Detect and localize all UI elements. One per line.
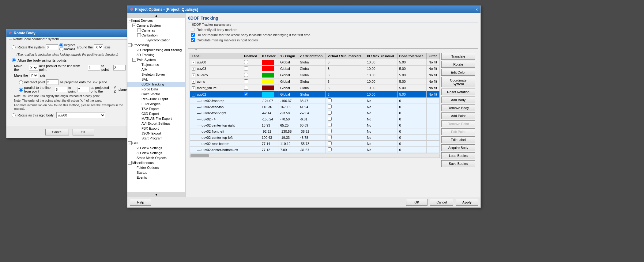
tree-item-matlab-export[interactable]: MATLAB File Export (127, 116, 185, 121)
expand-uuv00[interactable]: + (192, 61, 195, 64)
table-row[interactable]: — uuv02-center-top-right 13.93 65.25 60.… (190, 122, 440, 128)
tree-item-camera-system[interactable]: − Camera System (127, 23, 185, 28)
tree-item-miscellaneous[interactable]: − Miscellaneous (127, 160, 185, 165)
axis-select[interactable]: X Y Z (94, 44, 103, 50)
table-hscroll[interactable] (190, 154, 440, 158)
uuv03-enabled[interactable] (244, 66, 248, 70)
parallel-radio[interactable] (19, 88, 23, 92)
coordinate-system-button[interactable]: Coordinate System (441, 77, 475, 87)
expand-twin-system[interactable]: − (132, 58, 136, 62)
expand-bluerov[interactable]: + (192, 74, 195, 77)
tree-item-processing[interactable]: − Processing (127, 43, 185, 47)
reset-rotation-button[interactable]: Reset Rotation (441, 89, 475, 95)
table-row[interactable]: + motor_failure Global Global 3 10.00 5.… (190, 85, 440, 91)
project-dialog-close[interactable]: × (476, 7, 478, 12)
tree-item-gaze-vector[interactable]: Gaze Vector (127, 92, 185, 97)
expand-uvms[interactable]: + (192, 80, 195, 84)
do-not-require-checkbox[interactable] (191, 33, 195, 37)
rotate-system-radio[interactable] (12, 45, 16, 49)
table-row[interactable]: — uuv02-front-top -124.07 -106.37 38.47 … (190, 98, 440, 104)
axis2-select[interactable]: XYZ (29, 73, 38, 78)
expand-miscellaneous[interactable]: − (128, 161, 132, 165)
tree-item-static-mesh[interactable]: Static Mesh Objects (127, 155, 185, 160)
expand-motor-failure[interactable]: + (192, 86, 195, 90)
table-row[interactable]: — uuv02-rear-bottom 77.14 110.12 -55.73 … (190, 141, 440, 147)
expand-gui[interactable]: − (128, 141, 132, 145)
table-row[interactable]: — uuv02-rear-top 145.36 167.18 41.94 No … (190, 104, 440, 110)
expand-cameras[interactable]: + (137, 28, 141, 32)
rotate-ok-button[interactable]: OK (73, 129, 94, 135)
tree-item-tsv-export[interactable]: TSV Export (127, 106, 185, 111)
project-apply-button[interactable]: Apply (456, 199, 478, 206)
align-radio[interactable] (12, 58, 16, 62)
tree-item-input-devices[interactable]: − Input Devices (127, 18, 185, 23)
project-ok-button[interactable]: OK (406, 199, 427, 206)
table-row-uuv02[interactable]: − uuv02 Global Global 3 10.00 5.00 No fi… (190, 91, 440, 98)
tree-item-cameras[interactable]: + Cameras (127, 28, 185, 33)
tree-item-startup[interactable]: Startup (127, 170, 185, 175)
table-row[interactable]: + bluerov Global Global 3 10.00 5.00 No … (190, 72, 440, 78)
tree-item-skeleton-solver[interactable]: Skeleton Solver (127, 72, 185, 77)
tree-item-folder-options[interactable]: Folder Options (127, 165, 185, 170)
add-point-button[interactable]: Add Point (441, 112, 475, 119)
expand-camera-system[interactable]: − (132, 24, 136, 27)
tree-item-avi-export[interactable]: AVI Export Settings (127, 121, 185, 126)
tree-scroll-down[interactable]: ▼ (127, 192, 185, 197)
tree-item-json-export[interactable]: JSON Export (127, 131, 185, 136)
tree-item-aim[interactable]: AIM (127, 67, 185, 72)
tree-item-sal[interactable]: SAL (127, 77, 185, 82)
table-row[interactable]: — uuv02-center-top-left 100.43 -19.33 48… (190, 135, 440, 141)
reidentify-checkbox[interactable] (191, 28, 195, 32)
table-row[interactable]: — uuv02-front-right -42.14 -23.58 -57.04… (190, 110, 440, 116)
degrees-radio[interactable] (59, 43, 63, 47)
save-bodies-button[interactable]: Save Bodies (441, 160, 475, 167)
add-body-button[interactable]: Add Body (441, 97, 475, 103)
uvms-enabled[interactable] (244, 79, 248, 83)
expand-calibration[interactable]: + (137, 33, 141, 37)
calc-missing-checkbox[interactable] (191, 38, 195, 42)
table-row[interactable]: + uuv03 Global Global 3 10.00 5.00 No fi… (190, 66, 440, 72)
rotate-value-input[interactable]: 0 (46, 44, 58, 50)
rotate-cancel-button[interactable]: Cancel (45, 129, 69, 135)
tree-item-realtime-output[interactable]: Real-Time Output (127, 97, 185, 101)
uuv02-enabled[interactable] (244, 92, 248, 96)
translate-button[interactable]: Translate (441, 53, 475, 60)
point2-input[interactable] (113, 65, 126, 70)
tree-item-calibration[interactable]: + Calibration (127, 33, 185, 38)
tree-item-2d-view[interactable]: 2D View Settings (127, 146, 185, 150)
tree-item-twin-system[interactable]: − Twin System (127, 57, 185, 62)
rotate-button[interactable]: Rotate (441, 61, 475, 68)
tree-item-c3d-export[interactable]: C3D Export (127, 111, 185, 116)
expand-processing[interactable]: − (128, 43, 132, 47)
tree-item-3d-view[interactable]: 3D View Settings (127, 150, 185, 155)
tree-item-trajectories[interactable]: Trajectories (127, 62, 185, 67)
table-row[interactable]: — uuv02 - 4 -155.24 -70.50 -6.81 No 0 (190, 116, 440, 122)
edit-label-button[interactable]: Edit Label (441, 136, 475, 143)
expand-uuv02[interactable]: − (192, 93, 195, 97)
tree-item-force-data[interactable]: Force Data (127, 87, 185, 92)
expand-uuv03[interactable]: + (192, 67, 195, 71)
tree-item-start-program[interactable]: Start Program (127, 136, 185, 141)
tree-item-6dof-tracking[interactable]: 6DOF Tracking (127, 82, 185, 87)
help-button[interactable]: Help (130, 199, 151, 206)
tree-scroll-up[interactable]: ▲ (127, 13, 185, 18)
project-cancel-button[interactable]: Cancel (430, 199, 453, 206)
axis1-select[interactable]: XYZ (29, 65, 38, 70)
tree-item-2d-preprocessing[interactable]: 2D Preprocessing and filtering (127, 47, 185, 52)
uuv00-enabled[interactable] (244, 60, 248, 64)
tree-item-gui[interactable]: − GUI (127, 141, 185, 146)
intersect-radio[interactable] (19, 80, 23, 84)
table-row[interactable]: + uvms Global Global 3 10.00 5.00 No fil… (190, 78, 440, 85)
load-bodies-button[interactable]: Load Bodies (441, 152, 475, 159)
table-row[interactable]: — uuv02-front-left -92.52 -130.58 -38.82… (190, 128, 440, 135)
point1-input[interactable] (88, 65, 100, 70)
motor-failure-enabled[interactable] (244, 86, 248, 90)
parallel-from-input[interactable] (55, 87, 67, 92)
expand-input-devices[interactable]: − (128, 19, 132, 22)
tree-item-euler-angles[interactable]: Euler Angles (127, 101, 185, 106)
tree-item-3d-tracking[interactable]: 3D Tracking (127, 52, 185, 57)
tree-item-fbx-export[interactable]: FBX Export (127, 126, 185, 131)
rigid-body-radio[interactable] (12, 113, 16, 117)
acquire-body-button[interactable]: Acquire Body (441, 144, 475, 151)
intersect-input[interactable] (46, 79, 58, 85)
